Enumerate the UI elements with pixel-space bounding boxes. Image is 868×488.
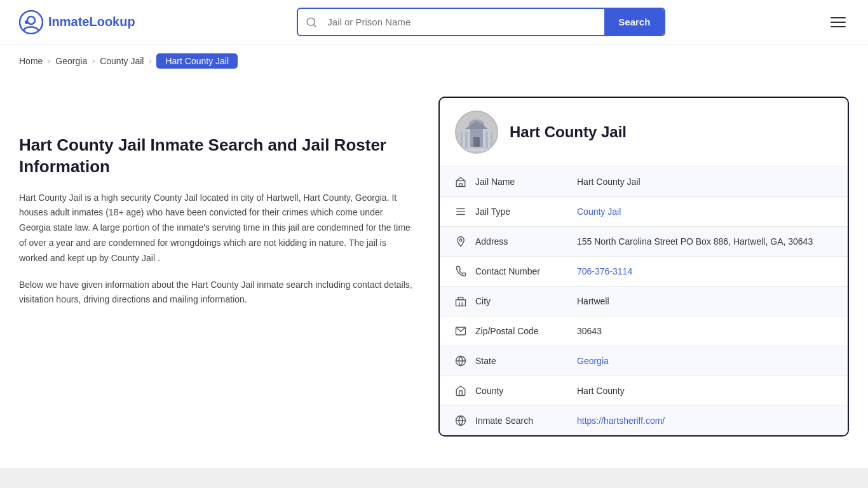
footer-bar [0, 468, 868, 488]
left-column: Hart County Jail Inmate Search and Jail … [19, 97, 438, 437]
address-icon [455, 236, 475, 247]
logo-text: InmateLookup [48, 15, 135, 29]
hamburger-line-3 [831, 26, 846, 27]
hamburger-line-1 [831, 17, 846, 18]
svg-rect-10 [468, 129, 470, 148]
page-desc-1: Hart County Jail is a high security Coun… [19, 191, 413, 266]
info-link-6[interactable]: Georgia [577, 356, 609, 366]
info-row: Address155 North Carolina Street PO Box … [440, 227, 848, 257]
info-row: Contact Number706-376-3114 [440, 257, 848, 287]
search-icon [298, 17, 325, 28]
logo-icon [19, 10, 43, 34]
jail-building-icon [458, 113, 496, 151]
state-icon [455, 355, 475, 367]
info-label-6: State [475, 356, 577, 366]
info-row: Inmate Searchhttps://hartsheriff.com/ [440, 406, 848, 435]
info-value-6[interactable]: Georgia [577, 356, 832, 366]
city-icon [455, 295, 475, 307]
header: InmateLookup Search [0, 0, 868, 44]
zip-icon [455, 325, 475, 337]
info-value-0: Hart County Jail [577, 177, 832, 187]
svg-rect-18 [459, 184, 463, 187]
info-label-7: County [475, 386, 577, 396]
info-table: Jail NameHart County JailJail TypeCounty… [440, 167, 848, 435]
jail-card: Hart County Jail Jail NameHart County Ja… [438, 97, 849, 437]
info-label-3: Contact Number [475, 266, 577, 276]
breadcrumb-home[interactable]: Home [19, 56, 43, 66]
breadcrumb-current: Hart County Jail [156, 53, 238, 69]
info-value-8[interactable]: https://hartsheriff.com/ [577, 416, 832, 426]
info-value-4: Hartwell [577, 296, 832, 306]
jail-card-header: Hart County Jail [440, 98, 848, 167]
svg-rect-7 [473, 137, 480, 148]
phone-icon [455, 266, 475, 277]
svg-rect-9 [488, 129, 491, 148]
search-button[interactable]: Search [604, 9, 664, 35]
info-link-8[interactable]: https://hartsheriff.com/ [577, 416, 665, 426]
info-label-8: Inmate Search [475, 416, 577, 426]
jail-avatar [455, 111, 498, 154]
svg-line-4 [314, 24, 316, 26]
breadcrumb-sep-2: › [92, 57, 95, 65]
svg-rect-15 [467, 147, 486, 149]
info-row: CityHartwell [440, 287, 848, 316]
right-column: Hart County Jail Jail NameHart County Ja… [438, 97, 849, 437]
globe-icon [455, 415, 475, 426]
page-title: Hart County Jail Inmate Search and Jail … [19, 135, 413, 178]
info-row: CountyHart County [440, 376, 848, 406]
info-label-1: Jail Type [475, 207, 577, 217]
search-input[interactable] [325, 10, 604, 34]
type-icon [455, 206, 475, 217]
breadcrumb-georgia[interactable]: Georgia [55, 56, 87, 66]
breadcrumb: Home › Georgia › County Jail › Hart Coun… [0, 44, 868, 78]
info-value-1[interactable]: County Jail [577, 207, 832, 217]
info-label-0: Jail Name [475, 177, 577, 187]
breadcrumb-sep-3: › [149, 57, 151, 65]
info-link-3[interactable]: 706-376-3114 [577, 266, 632, 276]
svg-rect-16 [464, 149, 489, 151]
hamburger-menu[interactable] [827, 14, 849, 30]
jail-card-name: Hart County Jail [510, 123, 627, 141]
info-label-2: Address [475, 236, 577, 247]
logo[interactable]: InmateLookup [19, 10, 135, 34]
county-icon [455, 385, 475, 396]
main-content: Hart County Jail Inmate Search and Jail … [0, 78, 868, 456]
svg-rect-24 [458, 297, 463, 300]
svg-point-22 [459, 239, 462, 241]
breadcrumb-sep-1: › [48, 57, 50, 65]
jail-icon [455, 176, 475, 187]
info-value-2: 155 North Carolina Street PO Box 886, Ha… [577, 236, 832, 247]
info-row: Jail NameHart County Jail [440, 167, 848, 197]
info-label-5: Zip/Postal Code [475, 326, 577, 336]
info-row: StateGeorgia [440, 346, 848, 376]
svg-point-2 [25, 20, 29, 24]
info-row: Zip/Postal Code30643 [440, 316, 848, 346]
svg-marker-14 [465, 121, 488, 129]
page-desc-2: Below we have given information about th… [19, 278, 413, 308]
svg-point-1 [27, 17, 35, 24]
info-link-1[interactable]: County Jail [577, 207, 621, 217]
hamburger-line-2 [831, 22, 846, 23]
info-value-5: 30643 [577, 326, 832, 336]
info-label-4: City [475, 296, 577, 306]
svg-point-0 [20, 11, 43, 34]
svg-rect-8 [463, 129, 465, 148]
breadcrumb-county-jail[interactable]: County Jail [100, 56, 144, 66]
search-bar: Search [297, 8, 665, 36]
info-value-7: Hart County [577, 386, 832, 396]
search-area: Search [161, 8, 802, 36]
info-value-3[interactable]: 706-376-3114 [577, 266, 832, 276]
info-row: Jail TypeCounty Jail [440, 197, 848, 227]
svg-rect-11 [483, 129, 485, 148]
svg-rect-23 [456, 300, 466, 306]
